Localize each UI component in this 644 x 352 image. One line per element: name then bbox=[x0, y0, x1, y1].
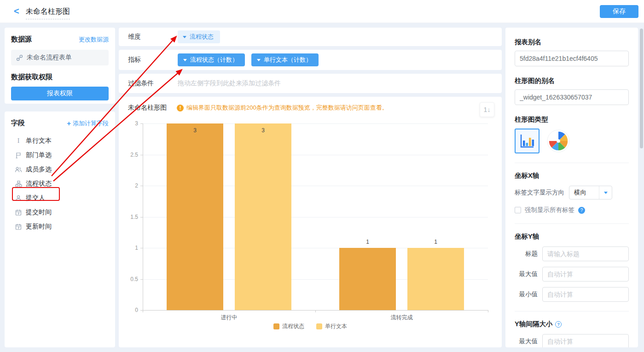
change-datasource-link[interactable]: 更改数据源 bbox=[79, 35, 109, 44]
plus-icon: + bbox=[67, 119, 71, 127]
field-item-members[interactable]: 成员多选 bbox=[11, 162, 109, 176]
bar-流程状态-流转完成[interactable] bbox=[339, 248, 396, 310]
x-axis-tick bbox=[315, 310, 316, 312]
report-alias-heading: 报表别名 bbox=[515, 38, 629, 47]
text-icon: I bbox=[15, 137, 22, 145]
field-item-update-time[interactable]: 更新时间 bbox=[11, 219, 109, 234]
members-icon bbox=[15, 166, 22, 173]
datasource-panel: 数据源 更改数据源 未命名流程表单 数据获取权限 报表权限 bbox=[5, 28, 115, 104]
chevron-down-icon bbox=[604, 192, 608, 194]
calendar-icon bbox=[15, 209, 22, 216]
scrollbar[interactable] bbox=[640, 29, 643, 148]
chart-type-heading: 柱形图类型 bbox=[515, 115, 629, 124]
department-icon bbox=[15, 152, 22, 159]
field-label: 更新时间 bbox=[26, 223, 52, 231]
dimension-label: 维度 bbox=[128, 33, 178, 41]
help-icon[interactable]: ? bbox=[555, 321, 562, 328]
bar-单行文本-流转完成[interactable] bbox=[407, 248, 464, 310]
divider bbox=[515, 311, 629, 311]
page-title[interactable]: 未命名柱形图 bbox=[26, 7, 70, 19]
field-label: 成员多选 bbox=[26, 165, 52, 174]
legend-label: 流程状态 bbox=[282, 323, 304, 330]
y-interval-heading: Y轴间隔大小 bbox=[515, 320, 552, 329]
y-axis-tick-label: 1 bbox=[122, 245, 138, 251]
bar-chart-type-icon[interactable] bbox=[515, 129, 540, 153]
x-axis-tick bbox=[488, 310, 488, 312]
filter-label: 过滤条件 bbox=[128, 79, 178, 88]
y-max-label: 最大值 bbox=[515, 270, 538, 278]
metric-row: 指标 流程状态（计数） 单行文本（计数） bbox=[119, 50, 502, 70]
save-button[interactable]: 保存 bbox=[600, 5, 638, 18]
field-item-submitter[interactable]: 提交人 bbox=[11, 191, 109, 205]
field-item-submit-time[interactable]: 提交时间 bbox=[11, 205, 109, 219]
force-show-labels-label: 强制显示所有标签 bbox=[525, 206, 574, 214]
top-bar: < 未命名柱形图 保存 bbox=[0, 0, 644, 23]
datasource-heading: 数据源 bbox=[11, 35, 32, 44]
report-permission-button[interactable]: 报表权限 bbox=[11, 87, 109, 100]
datasource-item[interactable]: 未命名流程表单 bbox=[11, 50, 109, 65]
widget-alias-heading: 柱形图的别名 bbox=[515, 76, 629, 85]
chevron-down-icon bbox=[183, 59, 187, 61]
x-axis-category-label: 流转完成 bbox=[374, 314, 429, 322]
y-axis-tick-label: 2.5 bbox=[122, 152, 138, 158]
bar-value-label: 1 bbox=[407, 239, 464, 245]
legend-item-单行文本[interactable]: 单行文本 bbox=[316, 323, 347, 330]
y-axis-tick-label: 0 bbox=[122, 307, 138, 313]
field-label: 流程状态 bbox=[26, 180, 52, 188]
fields-heading: 字段 bbox=[11, 119, 25, 128]
field-label: 单行文本 bbox=[26, 137, 52, 145]
report-alias-input[interactable] bbox=[515, 51, 629, 66]
divider bbox=[515, 163, 629, 163]
field-item-department[interactable]: 部门单选 bbox=[11, 148, 109, 162]
y-axis-tick-label: 2 bbox=[122, 182, 138, 189]
y-axis-tick-label: 0.5 bbox=[122, 276, 138, 282]
link-icon bbox=[16, 54, 23, 61]
legend-swatch bbox=[316, 323, 322, 329]
bar-流程状态-进行中[interactable] bbox=[167, 123, 223, 310]
metric-tag-process-status-count[interactable]: 流程状态（计数） bbox=[178, 53, 245, 66]
x-axis-tick bbox=[143, 310, 143, 312]
pie-chart-type-icon[interactable] bbox=[546, 129, 571, 153]
metric-tag-label: 单行文本（计数） bbox=[264, 56, 312, 64]
x-axis-category-label: 进行中 bbox=[202, 314, 257, 322]
settings-panel: 报表别名 柱形图的别名 柱形图类型 bbox=[505, 28, 638, 347]
widget-alias-input[interactable] bbox=[515, 89, 629, 105]
interval-max-input[interactable] bbox=[542, 334, 629, 347]
filter-row[interactable]: 过滤条件 拖动左侧字段到此处来添加过滤条件 bbox=[119, 74, 502, 93]
x-axis-heading: 坐标X轴 bbox=[515, 171, 629, 180]
bar-chart: 00.511.522.53进行中33流转完成11 bbox=[119, 97, 502, 347]
y-axis-heading: 坐标Y轴 bbox=[515, 232, 629, 241]
fields-panel: 字段 + 添加计算字段 I 单行文本 部门单选 成员 bbox=[5, 111, 115, 347]
dimension-tag[interactable]: 流程状态 bbox=[178, 30, 220, 43]
y-max-input[interactable] bbox=[542, 267, 629, 282]
field-item-process-status[interactable]: 流程状态 bbox=[11, 176, 109, 191]
bar-value-label: 3 bbox=[167, 127, 223, 134]
bar-value-label: 3 bbox=[235, 127, 291, 134]
bar-单行文本-进行中[interactable] bbox=[235, 123, 291, 310]
help-icon[interactable]: ? bbox=[578, 207, 585, 214]
legend-item-流程状态[interactable]: 流程状态 bbox=[273, 323, 304, 330]
chevron-down-icon bbox=[183, 36, 186, 38]
chevron-down-icon bbox=[257, 59, 261, 61]
add-calc-field-link[interactable]: + 添加计算字段 bbox=[67, 119, 109, 128]
field-item-text[interactable]: I 单行文本 bbox=[11, 134, 109, 148]
y-axis-line bbox=[143, 123, 143, 310]
metric-tag-text-count[interactable]: 单行文本（计数） bbox=[251, 53, 319, 66]
calendar-icon bbox=[15, 223, 22, 230]
y-axis-tick-label: 1.5 bbox=[122, 214, 138, 220]
back-icon[interactable]: < bbox=[14, 6, 19, 17]
y-title-label: 标题 bbox=[515, 250, 538, 258]
y-title-input[interactable] bbox=[542, 246, 629, 261]
divider bbox=[515, 223, 629, 224]
label-direction-select[interactable]: 横向 bbox=[569, 186, 612, 199]
y-min-input[interactable] bbox=[542, 287, 629, 302]
y-axis-tick-label: 3 bbox=[122, 120, 138, 127]
force-show-labels-checkbox[interactable] bbox=[515, 207, 521, 213]
person-icon bbox=[15, 194, 22, 202]
filter-placeholder: 拖动左侧字段到此处来添加过滤条件 bbox=[178, 79, 281, 88]
label-direction-value: 横向 bbox=[569, 188, 599, 197]
field-label: 提交人 bbox=[26, 194, 45, 202]
legend-label: 单行文本 bbox=[325, 323, 347, 330]
legend-swatch bbox=[273, 323, 279, 329]
y-min-label: 最小值 bbox=[515, 290, 538, 299]
